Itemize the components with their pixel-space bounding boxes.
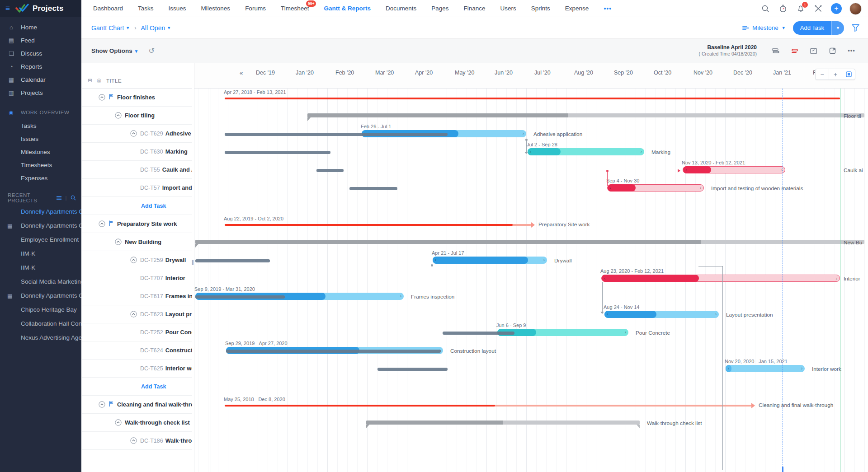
task-list-row[interactable]: DC-T623Layout presentation <box>82 305 192 323</box>
nav-item-finance[interactable]: Finance <box>464 5 486 12</box>
task-bar[interactable]: ‹› <box>683 166 785 173</box>
sidebar-sub-timesheets[interactable]: Timesheets <box>0 159 81 172</box>
task-bar[interactable]: ‹› <box>433 257 547 264</box>
sidebar-item-home[interactable]: ⌂Home <box>0 21 81 34</box>
task-bar[interactable]: ‹› <box>607 184 704 192</box>
sidebar-item-projects[interactable]: ▥Projects <box>0 86 81 99</box>
task-list-row[interactable]: DC-T617Frames inspection <box>82 287 192 305</box>
undo-icon[interactable]: ↺ <box>148 47 154 55</box>
collapse-all-icon[interactable]: ◎ <box>97 77 102 84</box>
more-options-icon[interactable]: ••• <box>842 46 861 56</box>
task-list-row[interactable]: Cleaning and final walk-through <box>82 396 192 414</box>
nav-item-sprints[interactable]: Sprints <box>531 5 550 12</box>
project-filter-icon[interactable] <box>56 196 62 201</box>
bar-right-handle[interactable]: › <box>400 293 401 300</box>
filter-funnel-icon[interactable] <box>851 23 860 32</box>
expand-row-icon[interactable] <box>130 257 137 263</box>
task-list-row[interactable]: New Building <box>82 233 192 251</box>
task-list-row[interactable]: Floor tiling <box>82 107 192 125</box>
sidebar-sub-milestones[interactable]: Milestones <box>0 145 81 159</box>
bar-right-handle[interactable]: › <box>641 148 642 155</box>
bar-left-handle[interactable]: ‹ <box>728 365 729 372</box>
sidebar-item-feed[interactable]: ▤Feed <box>0 34 81 47</box>
milestone-line[interactable] <box>225 98 840 99</box>
add-task-caret[interactable]: ▼ <box>832 21 844 35</box>
work-overview-header[interactable]: ◉WORK OVERVIEW <box>0 106 81 119</box>
group-by-milestone-dropdown[interactable]: Milestone ▼ <box>742 24 786 31</box>
recent-project-item[interactable]: Nexus Advertising Agen <box>0 331 81 345</box>
recent-project-item[interactable]: ▦Donnelly Apartments C <box>0 219 81 233</box>
task-bar[interactable]: ‹› <box>528 148 644 155</box>
bar-right-handle[interactable]: › <box>836 275 837 282</box>
task-list-row[interactable]: DC-T629Adhesive application <box>82 125 192 143</box>
task-list-row[interactable]: DC-T252Pour Concrete <box>82 323 192 341</box>
task-list-row[interactable]: DC-T57Import and testing of wood <box>82 179 192 197</box>
bar-right-handle[interactable]: › <box>715 311 717 318</box>
expand-row-icon[interactable] <box>115 112 122 119</box>
notifications-bell-icon[interactable]: 1 <box>796 4 806 14</box>
show-options-dropdown[interactable]: Show Options ▼ <box>91 47 138 54</box>
nav-item-expense[interactable]: Expense <box>565 5 589 12</box>
tools-icon[interactable] <box>813 4 823 14</box>
zoom-in-button[interactable]: + <box>829 69 842 79</box>
nav-item-dashboard[interactable]: Dashboard <box>93 5 123 12</box>
sidebar-item-reports[interactable]: ◔Reports <box>0 60 81 73</box>
nav-item-issues[interactable]: Issues <box>169 5 186 12</box>
expand-row-icon[interactable] <box>130 130 137 137</box>
parent-task-bar[interactable] <box>307 113 864 117</box>
timer-icon[interactable] <box>778 4 788 14</box>
add-task-link[interactable]: Add Task <box>82 197 192 215</box>
user-avatar[interactable] <box>849 3 862 15</box>
breadcrumb-view[interactable]: Gantt Chart ▼ <box>91 24 130 32</box>
task-list-row[interactable]: Walk-through check list <box>82 414 192 432</box>
recent-project-item[interactable]: Collaboration Hall Cons <box>0 317 81 331</box>
recent-project-item[interactable]: Social Media Marketing <box>0 275 81 289</box>
bar-right-handle[interactable]: › <box>700 185 701 192</box>
sidebar-sub-tasks[interactable]: Tasks <box>0 119 81 132</box>
expand-row-icon[interactable] <box>99 220 105 227</box>
recent-project-item[interactable]: Employee Enrollment <box>0 233 81 247</box>
expand-row-icon[interactable] <box>115 419 122 426</box>
recent-project-item[interactable]: IIM-K <box>0 261 81 275</box>
bar-left-handle[interactable]: ‹ <box>604 275 605 282</box>
bar-left-handle[interactable]: ‹ <box>607 311 608 318</box>
task-list-row[interactable]: Floor finishes <box>82 89 192 107</box>
sidebar-item-calendar[interactable]: ▦Calendar <box>0 73 81 86</box>
bar-right-handle[interactable]: › <box>523 130 524 137</box>
expand-row-icon[interactable] <box>130 311 137 318</box>
task-bar[interactable]: ‹› <box>726 365 805 372</box>
column-resize-handle[interactable]: ∥ <box>191 258 194 266</box>
expand-row-icon[interactable] <box>130 437 137 444</box>
bar-right-handle[interactable]: › <box>543 257 545 264</box>
task-bar[interactable]: ‹› <box>497 329 628 336</box>
calendar-view-icon[interactable] <box>804 46 823 56</box>
task-bar[interactable]: ‹› <box>601 275 840 282</box>
nav-item-timesheet[interactable]: Timesheet99+ <box>281 5 309 12</box>
bar-right-handle[interactable]: › <box>625 329 626 336</box>
sidebar-sub-expenses[interactable]: Expenses <box>0 172 81 185</box>
project-search-icon[interactable] <box>71 195 76 201</box>
search-icon[interactable] <box>760 4 770 14</box>
recent-project-item[interactable]: ▦Donnelly Apartments C <box>0 289 81 303</box>
task-list-row[interactable]: DC-T625Interior work <box>82 360 192 378</box>
breadcrumb-filter[interactable]: All Open ▼ <box>141 24 171 32</box>
nav-item-documents[interactable]: Documents <box>386 5 416 12</box>
add-task-link[interactable]: Add Task <box>82 378 192 396</box>
nav-item-pages[interactable]: Pages <box>431 5 448 12</box>
bar-right-handle[interactable]: › <box>801 365 802 372</box>
hamburger-menu-icon[interactable]: ≡ <box>5 4 10 13</box>
expand-row-icon[interactable] <box>99 94 105 101</box>
expand-row-icon[interactable] <box>99 401 105 408</box>
sidebar-item-discuss[interactable]: ❏Discuss <box>0 47 81 60</box>
task-list-row[interactable]: DC-T259Drywall <box>82 251 192 269</box>
milestone-line[interactable] <box>225 224 531 226</box>
task-bar[interactable]: ‹› <box>604 311 719 318</box>
zoom-fit-button[interactable] <box>842 69 855 79</box>
bar-left-handle[interactable]: ‹ <box>610 185 611 192</box>
nav-item-tasks[interactable]: Tasks <box>138 5 154 12</box>
nav-item-milestones[interactable]: Milestones <box>201 5 231 12</box>
task-list-row[interactable]: Preparatory Site work <box>82 215 192 233</box>
bar-left-handle[interactable]: ‹ <box>685 167 687 174</box>
task-list-row[interactable]: DC-T186Walk-through day plan <box>82 432 192 450</box>
nav-more-menu[interactable]: ••• <box>604 5 612 12</box>
